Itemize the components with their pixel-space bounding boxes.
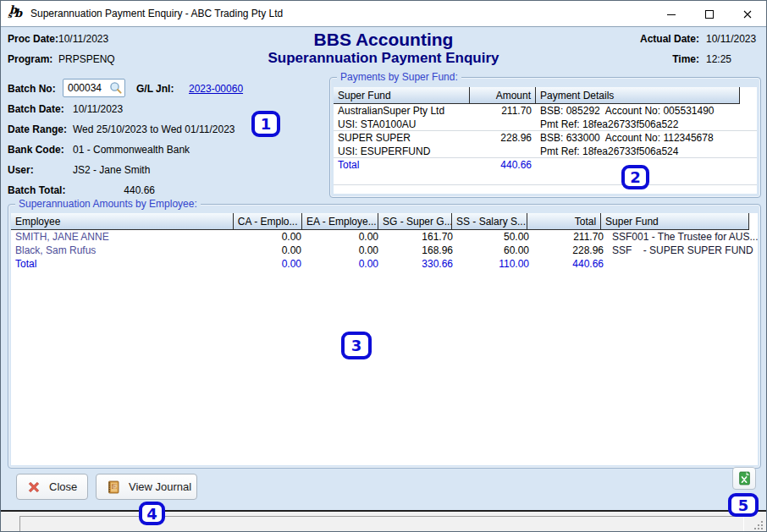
fund-amount: 228.96 [470, 131, 536, 157]
resize-grip[interactable] [753, 519, 764, 531]
column-header[interactable]: EA - Employe... [302, 213, 378, 230]
employee-fund: SSF001 - The Trustee for AUS... [608, 230, 758, 244]
batch-total-value: 440.66 [73, 184, 155, 196]
total-label: Total [334, 158, 470, 184]
batch-total-label: Batch Total: [8, 184, 65, 196]
minimize-button[interactable] [652, 1, 690, 27]
total-value: 440.66 [470, 158, 536, 184]
employees-group-label: Superannuation Amounts by Employee: [15, 198, 201, 210]
column-header[interactable]: Employee [11, 213, 234, 230]
time-value: 12:25 [706, 53, 731, 65]
total-label: Total [11, 257, 236, 271]
minimize-icon [665, 8, 678, 21]
fund-amount: 211.70 [470, 104, 536, 130]
callout-1: 1 [251, 111, 280, 137]
status-message-area [19, 516, 744, 532]
date-range-label: Date Range: [8, 123, 67, 135]
employee-name: Black, Sam Rufus [11, 244, 236, 257]
fund-name: AustralianSuper Pty Ltd [338, 104, 466, 118]
employee-name: SMITH, JANE ANNE [11, 230, 236, 244]
bbs-logo-icon: b s b [7, 5, 25, 22]
payments-table-header: Super Fund Amount Payment Details [334, 87, 757, 104]
close-button-label: Close [49, 480, 77, 493]
bank-code-value: 01 - Commonwealth Bank [73, 144, 190, 156]
callout-3: 3 [341, 332, 372, 359]
window-title: Superannuation Payment Enquiry - ABC Tra… [30, 8, 283, 19]
maximize-icon [703, 8, 716, 21]
batch-date-label: Batch Date: [8, 103, 64, 115]
table-row[interactable]: Black, Sam Rufus 0.00 0.00 168.96 60.00 … [11, 244, 758, 257]
column-header[interactable]: Amount [470, 87, 536, 104]
actual-date-value: 10/11/2023 [706, 33, 756, 45]
column-header[interactable]: Super Fund [601, 213, 749, 230]
callout-2: 2 [621, 165, 649, 189]
column-header[interactable]: Super Fund [334, 87, 470, 104]
payment-details: BSB: 633000 Account No: 112345678 [540, 131, 736, 145]
fund-usi: USI: ESUPERFUND [338, 145, 466, 157]
column-header[interactable]: Total [527, 213, 601, 230]
red-x-icon [27, 480, 41, 494]
employees-total-row: Total 0.00 0.00 330.66 110.00 440.66 [11, 257, 758, 271]
employee-fund: SSF - SUPER SUPER FUND [608, 244, 758, 257]
svg-text:@: @ [113, 483, 118, 490]
app-window: b s b Superannuation Payment Enquiry - A… [0, 0, 767, 532]
employees-groupbox: Superannuation Amounts by Employee: Empl… [8, 204, 761, 469]
payments-total-row: Total 440.66 [334, 158, 757, 185]
batch-date-value: 10/11/2023 [73, 103, 123, 115]
journal-icon: @ [107, 480, 120, 494]
user-label: User: [8, 164, 34, 176]
column-header[interactable]: Payment Details [536, 87, 740, 104]
batch-no-label: Batch No: [8, 83, 56, 95]
payment-details: BSB: 085292 Account No: 005531490 [540, 104, 736, 118]
payments-table: Super Fund Amount Payment Details Austra… [334, 87, 757, 194]
fund-name: SUPER SUPER [338, 131, 466, 145]
gl-jnl-label: G/L Jnl: [136, 83, 174, 95]
callout-4: 4 [139, 502, 165, 525]
payment-ref: Pmt Ref: 18fea26733f506a522 [540, 118, 736, 130]
bank-code-label: Bank Code: [8, 144, 64, 156]
close-icon [741, 8, 754, 21]
excel-icon [737, 471, 752, 485]
fund-usi: USI: STA0100AU [338, 118, 466, 130]
status-bar [1, 510, 766, 532]
view-journal-button-label: View Journal [129, 480, 191, 493]
column-header[interactable]: SG - Super G... [378, 213, 452, 230]
table-row[interactable]: AustralianSuper Pty LtdUSI: STA0100AU 21… [334, 104, 757, 131]
magnifier-icon[interactable] [109, 81, 123, 95]
payments-group-label: Payments by Super Fund: [337, 71, 461, 83]
close-window-button[interactable] [728, 1, 766, 27]
table-row[interactable]: SUPER SUPERUSI: ESUPERFUND 228.96 BSB: 6… [334, 131, 757, 158]
table-row[interactable]: SMITH, JANE ANNE 0.00 0.00 161.70 50.00 … [11, 230, 758, 244]
callout-5: 5 [728, 493, 759, 517]
maximize-button[interactable] [690, 1, 728, 27]
payments-groupbox: Payments by Super Fund: Super Fund Amoun… [329, 77, 761, 198]
time-label: Time: [629, 53, 699, 65]
column-header[interactable]: CA - Emplo... [234, 213, 302, 230]
actual-date-label: Actual Date: [629, 33, 699, 45]
date-range-value: Wed 25/10/2023 to Wed 01/11/2023 [73, 123, 235, 135]
close-button[interactable]: Close [16, 474, 88, 500]
export-excel-button[interactable] [732, 467, 756, 490]
title-bar: b s b Superannuation Payment Enquiry - A… [1, 1, 766, 27]
column-header[interactable]: SS - Salary S... [452, 213, 527, 230]
user-value: JS2 - Jane Smith [73, 164, 150, 176]
employees-table-header: Employee CA - Emplo... EA - Employe... S… [11, 213, 758, 230]
employees-table: Employee CA - Emplo... EA - Employe... S… [11, 213, 758, 465]
view-journal-button[interactable]: @ View Journal [96, 474, 197, 500]
gl-journal-link[interactable]: 2023-00060 [189, 83, 243, 95]
payment-ref: Pmt Ref: 18fea26733f506a524 [540, 145, 736, 157]
